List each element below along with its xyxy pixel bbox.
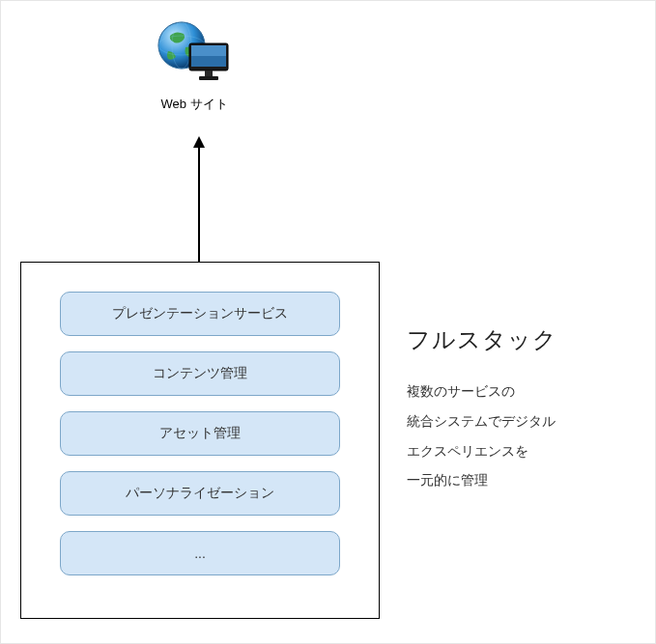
website-node: Web サイト bbox=[151, 18, 238, 113]
svg-rect-7 bbox=[205, 70, 213, 76]
service-label: アセット管理 bbox=[159, 425, 241, 442]
service-ellipsis: ... bbox=[60, 531, 340, 575]
globe-monitor-icon bbox=[157, 18, 232, 88]
desc-line: 一元的に管理 bbox=[407, 465, 639, 495]
service-label: パーソナライゼーション bbox=[126, 485, 274, 502]
arrow-shaft bbox=[198, 148, 200, 262]
arrow-head-icon bbox=[193, 136, 205, 148]
diagram-canvas: Web サイト プレゼンテーションサービス コンテンツ管理 アセット管理 パーソ… bbox=[0, 0, 656, 644]
fullstack-container: プレゼンテーションサービス コンテンツ管理 アセット管理 パーソナライゼーション… bbox=[20, 262, 380, 619]
service-content-mgmt: コンテンツ管理 bbox=[60, 351, 340, 396]
desc-line: 統合システムでデジタル bbox=[407, 406, 639, 436]
service-label: プレゼンテーションサービス bbox=[112, 305, 288, 322]
service-label: コンテンツ管理 bbox=[153, 365, 247, 382]
arrow-up bbox=[198, 136, 200, 262]
website-label: Web サイト bbox=[160, 96, 227, 113]
service-personalization: パーソナライゼーション bbox=[60, 471, 340, 516]
side-title: フルスタック bbox=[407, 324, 639, 355]
desc-line: エクスペリエンスを bbox=[407, 436, 639, 466]
desc-line: 複数のサービスの bbox=[407, 377, 639, 406]
service-asset-mgmt: アセット管理 bbox=[60, 411, 340, 456]
service-presentation: プレゼンテーションサービス bbox=[60, 292, 340, 336]
service-label: ... bbox=[194, 546, 206, 561]
svg-rect-8 bbox=[199, 76, 218, 80]
side-description: フルスタック 複数のサービスの 統合システムでデジタル エクスペリエンスを 一元… bbox=[407, 324, 639, 495]
svg-rect-6 bbox=[191, 45, 226, 56]
side-desc-text: 複数のサービスの 統合システムでデジタル エクスペリエンスを 一元的に管理 bbox=[407, 377, 639, 495]
